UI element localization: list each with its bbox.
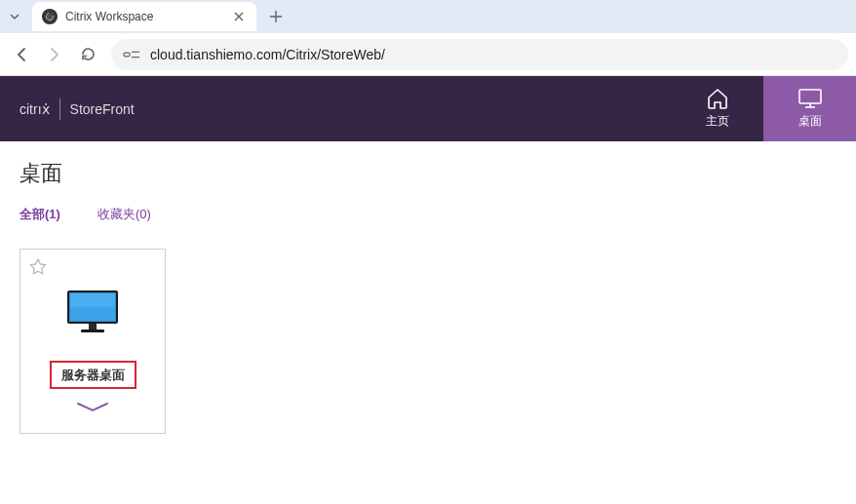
card-expand-button[interactable] [76,400,109,417]
forward-button[interactable] [41,41,68,68]
new-tab-button[interactable] [262,3,290,30]
tab-title: Citrix Workspace [65,10,231,23]
nav-home-label: 主页 [706,113,729,130]
desktop-card[interactable]: 服务器桌面 [19,249,166,434]
svg-rect-8 [70,293,115,307]
tab-close-button[interactable] [231,9,247,24]
tab-all[interactable]: 全部(1) [19,206,60,229]
desktop-monitor-icon [65,289,120,339]
arrow-right-icon [46,46,63,63]
chevron-down-icon [9,11,20,22]
arrow-left-icon [13,46,30,63]
monitor-icon [798,88,823,109]
favorite-toggle[interactable] [28,257,48,281]
desktop-label-highlight: 服务器桌面 [50,361,136,389]
tab-favorites[interactable]: 收藏夹(0) [97,206,151,229]
browser-tab-strip: Citrix Workspace [0,0,856,33]
svg-rect-10 [81,330,104,332]
address-bar[interactable]: cloud.tianshiemo.com/Citrix/StoreWeb/ [111,39,848,70]
reload-button[interactable] [74,41,101,68]
svg-rect-3 [799,90,821,103]
plus-icon [269,10,283,23]
back-button[interactable] [8,41,35,68]
site-settings-icon [123,48,140,61]
browser-toolbar: cloud.tianshiemo.com/Citrix/StoreWeb/ [0,33,856,76]
product-name: StoreFront [70,101,135,117]
content-area: 桌面 全部(1) 收藏夹(0) 服务器桌面 [0,141,856,451]
svg-rect-9 [89,324,97,330]
citrix-logo: citrıẋ [19,101,50,117]
logo-divider [59,98,60,120]
nav-desktops[interactable]: 桌面 [763,76,856,141]
browser-tab[interactable]: Citrix Workspace [32,2,256,31]
app-header: citrıẋ StoreFront 主页 桌面 [0,76,856,141]
nav-home[interactable]: 主页 [671,76,763,141]
svg-rect-0 [124,53,130,57]
close-icon [234,12,244,21]
star-icon [28,257,48,277]
tabs-dropdown-button[interactable] [3,5,26,28]
url-text: cloud.tianshiemo.com/Citrix/StoreWeb/ [150,47,837,62]
page-title: 桌面 [19,159,837,188]
site-info-button[interactable] [123,48,140,61]
nav-desktops-label: 桌面 [798,113,822,130]
citrix-favicon-icon [42,9,58,24]
desktop-label: 服务器桌面 [61,368,125,382]
reload-icon [80,46,97,62]
chevron-down-icon [76,402,109,413]
logo-group: citrıẋ StoreFront [19,98,135,120]
home-icon [706,88,729,109]
filter-tabs: 全部(1) 收藏夹(0) [19,206,837,229]
